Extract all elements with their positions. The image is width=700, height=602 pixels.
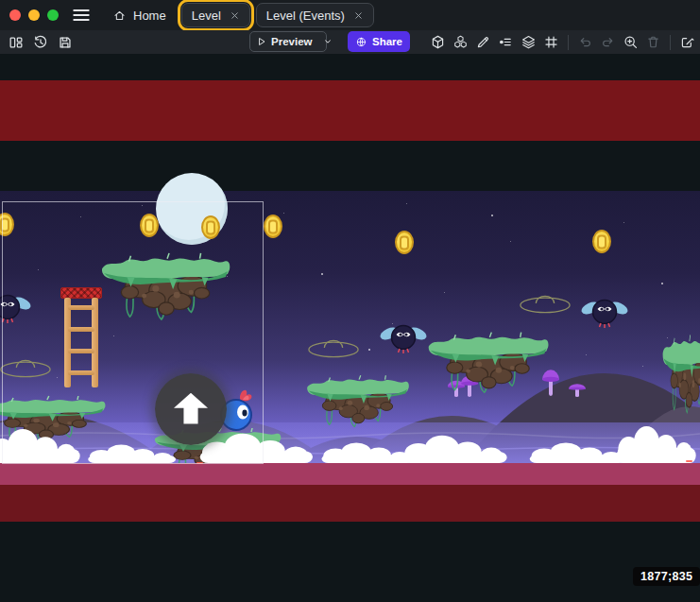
toolbar-left-group: [6, 30, 75, 54]
floating-island-platform[interactable]: [425, 330, 551, 394]
toolbar-separator: [568, 35, 569, 50]
chevron-down-icon[interactable]: [322, 36, 333, 47]
cursor-coordinates: 1877;835: [633, 567, 700, 586]
coin-object[interactable]: [592, 230, 611, 253]
object-groups-icon[interactable]: [451, 32, 470, 52]
minimize-window-button[interactable]: [28, 9, 40, 21]
home-icon: [112, 9, 127, 23]
panels-icon[interactable]: [6, 32, 26, 52]
floating-island-platform[interactable]: [661, 332, 700, 415]
share-button[interactable]: Share: [348, 31, 410, 52]
star: [586, 354, 587, 355]
bat-enemy[interactable]: [580, 294, 629, 332]
traffic-lights: [9, 9, 59, 21]
toolbar: Preview Share: [0, 30, 700, 54]
grid-icon[interactable]: [541, 32, 561, 52]
toolbar-separator: [670, 35, 671, 50]
star: [406, 203, 407, 204]
save-icon[interactable]: [55, 32, 75, 52]
play-icon: [256, 36, 267, 47]
star: [444, 292, 445, 293]
star: [368, 349, 370, 351]
redo-icon: [598, 32, 618, 52]
tab-label: Level: [192, 9, 221, 23]
tab-bar: HomeLevelLevel (Events): [103, 0, 374, 30]
scene-properties-icon[interactable]: [677, 32, 697, 52]
close-icon[interactable]: [230, 10, 240, 21]
toolbar-right-group: [428, 30, 697, 54]
layers-icon[interactable]: [519, 32, 538, 52]
zoom-window-button[interactable]: [47, 9, 59, 21]
gdevelop-window: HomeLevelLevel (Events) Preview Share: [0, 0, 700, 602]
tab-label: Home: [133, 9, 166, 23]
bat-enemy[interactable]: [379, 319, 428, 357]
spark-particle: [686, 460, 692, 462]
preview-button[interactable]: Preview: [249, 31, 327, 52]
zoom-in-icon[interactable]: [621, 32, 640, 52]
tab-label: Level (Events): [266, 9, 345, 23]
cloud: [612, 425, 700, 463]
objects-cube-icon[interactable]: [428, 32, 448, 52]
mushroom-object[interactable]: [568, 382, 587, 397]
dark-red-ground-band: [0, 485, 700, 522]
up-arrow-icon: [174, 393, 208, 424]
close-icon[interactable]: [353, 10, 364, 21]
star: [661, 283, 663, 284]
instances-list-icon[interactable]: [496, 32, 516, 52]
history-icon[interactable]: [30, 32, 50, 52]
titlebar: HomeLevelLevel (Events): [0, 0, 700, 30]
jump-touch-button[interactable]: [155, 373, 227, 445]
tab-level[interactable]: Level: [181, 3, 250, 27]
coin-object[interactable]: [264, 215, 282, 238]
ufo-outline-object[interactable]: [518, 292, 572, 315]
edit-pencil-icon[interactable]: [473, 32, 493, 52]
globe-icon: [355, 36, 367, 48]
hamburger-menu-icon[interactable]: [71, 5, 92, 26]
preview-label: Preview: [271, 36, 312, 47]
pink-ground-band: [0, 463, 700, 485]
undo-icon: [575, 32, 595, 52]
close-window-button[interactable]: [9, 9, 21, 21]
coin-object[interactable]: [395, 231, 414, 254]
red-ceiling-band: [0, 80, 700, 141]
cloud: [397, 435, 515, 463]
trash-icon: [643, 32, 663, 52]
tab-level-events[interactable]: Level (Events): [256, 3, 374, 27]
floating-island-platform[interactable]: [304, 373, 411, 428]
camera-bounds-frame: [2, 201, 264, 464]
star: [283, 213, 284, 214]
scene-canvas[interactable]: [0, 54, 700, 602]
share-label: Share: [372, 36, 402, 47]
star: [623, 222, 624, 223]
star: [321, 273, 323, 275]
star: [510, 241, 511, 242]
ufo-outline-object[interactable]: [306, 336, 361, 359]
star: [491, 215, 493, 216]
tab-home[interactable]: Home: [103, 4, 176, 26]
